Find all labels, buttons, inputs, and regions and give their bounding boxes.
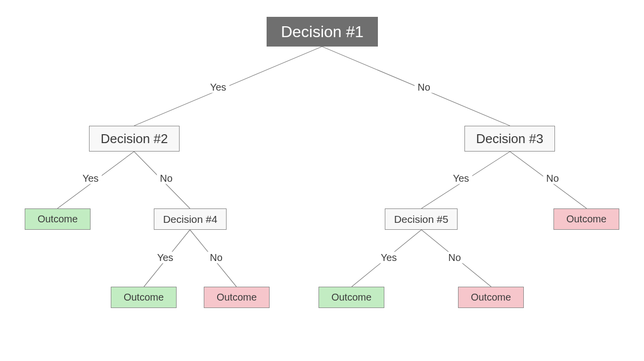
decision-4-node: Decision #4	[154, 208, 227, 230]
edge-d4-yes: Yes	[154, 252, 177, 263]
outcome-d-node: Outcome	[553, 208, 619, 230]
decision-5-label: Decision #5	[394, 213, 449, 225]
edge-d3-yes: Yes	[450, 173, 472, 184]
outcome-b-node: Outcome	[111, 287, 177, 308]
outcome-b-label: Outcome	[124, 292, 164, 303]
outcome-a-node: Outcome	[25, 208, 91, 230]
decision-2-node: Decision #2	[89, 126, 180, 152]
outcome-e-node: Outcome	[319, 287, 384, 308]
decision-1-label: Decision #1	[281, 23, 364, 41]
outcome-c-label: Outcome	[217, 292, 257, 303]
edge-root-yes: Yes	[207, 82, 230, 93]
edge-d5-yes: Yes	[378, 252, 400, 263]
decision-4-label: Decision #4	[163, 213, 218, 225]
edge-d2-no: No	[157, 173, 176, 184]
decision-3-label: Decision #3	[476, 131, 544, 147]
edge-d4-no: No	[207, 252, 226, 263]
decision-3-node: Decision #3	[464, 126, 555, 152]
outcome-f-label: Outcome	[471, 292, 511, 303]
outcome-d-label: Outcome	[566, 213, 606, 225]
outcome-c-node: Outcome	[204, 287, 270, 308]
outcome-e-label: Outcome	[331, 292, 371, 303]
edge-root-no: No	[414, 82, 433, 93]
decision-2-label: Decision #2	[101, 131, 168, 147]
edge-d2-yes: Yes	[80, 173, 102, 184]
decision-5-node: Decision #5	[385, 208, 458, 230]
outcome-f-node: Outcome	[458, 287, 524, 308]
edge-d5-no: No	[445, 252, 464, 263]
outcome-a-label: Outcome	[38, 213, 78, 225]
decision-1-node: Decision #1	[267, 17, 378, 47]
edge-d3-no: No	[543, 173, 562, 184]
